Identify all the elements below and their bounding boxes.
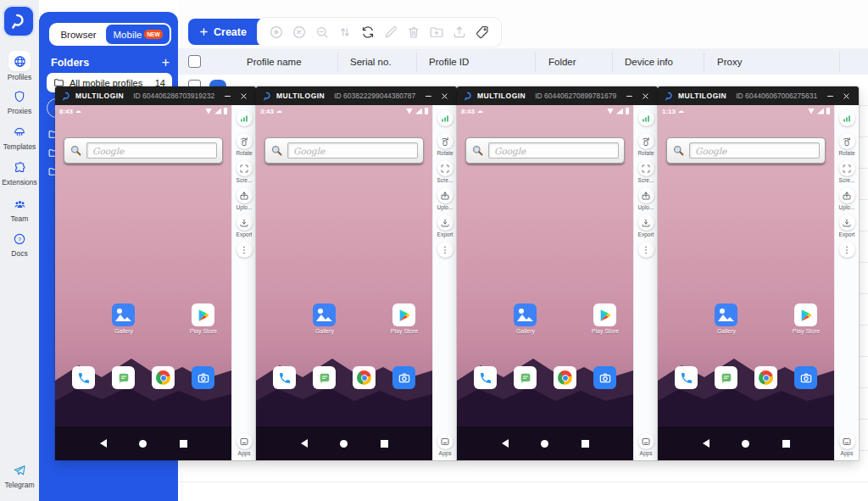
android-home-screen[interactable]: 8:43 ☁ Google Gallery — [55, 105, 231, 460]
sidebar-item-templates[interactable]: Templates — [0, 124, 39, 151]
column-serial-no[interactable]: Serial no. — [350, 48, 392, 75]
rotate-button[interactable] — [839, 133, 855, 149]
toggle-mobile[interactable]: Mobile NEW — [106, 25, 170, 44]
more-options-button[interactable] — [437, 242, 453, 258]
search-input[interactable]: Google — [86, 142, 217, 159]
upload-button[interactable] — [437, 187, 453, 203]
camera-app-icon[interactable] — [192, 366, 214, 389]
sidebar-item-telegram[interactable]: Telegram — [0, 462, 39, 489]
apps-button[interactable] — [236, 433, 253, 449]
network-signal-button[interactable] — [437, 110, 453, 126]
move-to-folder-icon[interactable] — [429, 25, 444, 40]
multilogin-logo-icon[interactable] — [4, 7, 33, 36]
gallery-app-icon[interactable] — [112, 303, 135, 326]
sort-icon[interactable] — [337, 25, 353, 40]
sidebar-item-proxies[interactable]: Proxies — [0, 88, 39, 115]
apps-button[interactable] — [839, 433, 855, 449]
gallery-app-icon[interactable] — [715, 303, 737, 326]
window-titlebar[interactable]: MULTILOGIN ID 604406067006275631 — [658, 86, 859, 105]
close-button[interactable] — [840, 90, 852, 102]
export-button[interactable] — [839, 214, 855, 231]
messages-app-icon[interactable] — [112, 366, 135, 389]
toggle-browser[interactable]: Browser — [51, 25, 106, 44]
export-button[interactable] — [236, 214, 253, 231]
minimize-button[interactable] — [623, 90, 635, 102]
back-button[interactable] — [301, 439, 308, 448]
more-options-button[interactable] — [839, 242, 855, 258]
home-button[interactable] — [541, 440, 548, 448]
tag-icon[interactable] — [475, 25, 490, 40]
screenshot-button[interactable] — [437, 160, 453, 176]
messages-app-icon[interactable] — [715, 366, 737, 389]
android-home-screen[interactable]: 8:43 ☁ Google Gallery — [457, 105, 633, 460]
rotate-button[interactable] — [638, 133, 654, 149]
recents-button[interactable] — [180, 440, 187, 448]
chrome-app-icon[interactable] — [152, 366, 175, 389]
column-profile-id[interactable]: Profile ID — [429, 48, 469, 75]
phone-app-icon[interactable] — [273, 366, 296, 389]
screenshot-button[interactable] — [839, 160, 855, 176]
sidebar-item-docs[interactable]: ? Docs — [0, 231, 39, 258]
sidebar-item-profiles[interactable]: Profiles — [0, 51, 39, 81]
home-button[interactable] — [139, 440, 147, 448]
play-store-app-icon[interactable] — [593, 303, 616, 326]
camera-app-icon[interactable] — [593, 366, 616, 389]
upload-button[interactable] — [839, 187, 855, 203]
play-store-app-icon[interactable] — [794, 303, 817, 326]
google-search-widget[interactable]: Google — [666, 137, 826, 164]
select-all-checkbox[interactable] — [188, 55, 201, 68]
screenshot-button[interactable] — [236, 160, 253, 176]
recents-button[interactable] — [381, 440, 388, 448]
back-button[interactable] — [502, 439, 509, 448]
back-button[interactable] — [100, 439, 107, 448]
search-input[interactable]: Google — [287, 142, 418, 159]
phone-app-icon[interactable] — [72, 366, 95, 389]
minimize-button[interactable] — [221, 90, 233, 102]
screenshot-button[interactable] — [638, 160, 654, 176]
google-search-widget[interactable]: Google — [465, 137, 625, 164]
export-button[interactable] — [437, 214, 453, 231]
window-titlebar[interactable]: MULTILOGIN ID 604406286703919232 — [55, 86, 256, 105]
column-proxy[interactable]: Proxy — [717, 48, 742, 75]
google-search-widget[interactable]: Google — [64, 137, 223, 164]
zoom-out-icon[interactable] — [314, 25, 330, 40]
android-home-screen[interactable]: 1:13 ☁ Google Gallery — [658, 105, 834, 460]
gallery-app-icon[interactable] — [313, 303, 336, 326]
rotate-button[interactable] — [236, 133, 253, 149]
gallery-app-icon[interactable] — [514, 303, 537, 326]
search-input[interactable]: Google — [689, 142, 820, 159]
apps-button[interactable] — [638, 433, 654, 449]
sidebar-item-extensions[interactable]: Extensions — [0, 159, 39, 186]
messages-app-icon[interactable] — [313, 366, 336, 389]
more-options-button[interactable] — [638, 242, 654, 258]
google-search-widget[interactable]: Google — [264, 137, 424, 164]
rotate-button[interactable] — [437, 133, 453, 149]
recents-button[interactable] — [782, 440, 790, 448]
phone-app-icon[interactable] — [474, 366, 497, 389]
chrome-app-icon[interactable] — [754, 366, 777, 389]
column-profile-name[interactable]: Profile name — [247, 48, 302, 75]
column-device-info[interactable]: Device info — [625, 48, 673, 75]
messages-app-icon[interactable] — [514, 366, 537, 389]
play-store-app-icon[interactable] — [392, 303, 415, 326]
minimize-button[interactable] — [422, 90, 434, 102]
recents-button[interactable] — [581, 440, 589, 448]
stop-profile-icon[interactable] — [292, 25, 307, 40]
sidebar-item-team[interactable]: Team — [0, 196, 39, 223]
refresh-icon[interactable] — [360, 25, 376, 40]
apps-button[interactable] — [437, 433, 453, 449]
export-profiles-icon[interactable] — [452, 25, 467, 40]
back-button[interactable] — [703, 439, 709, 448]
window-titlebar[interactable]: MULTILOGIN ID 603822299044380787 — [256, 86, 457, 105]
edit-icon[interactable] — [383, 25, 398, 40]
network-signal-button[interactable] — [638, 110, 654, 126]
search-input[interactable]: Google — [488, 142, 619, 159]
camera-app-icon[interactable] — [794, 366, 817, 389]
export-button[interactable] — [638, 214, 654, 231]
home-button[interactable] — [742, 440, 749, 448]
chrome-app-icon[interactable] — [353, 366, 376, 389]
network-signal-button[interactable] — [839, 110, 855, 126]
phone-app-icon[interactable] — [675, 366, 698, 389]
more-options-button[interactable] — [236, 242, 253, 258]
play-store-app-icon[interactable] — [192, 303, 214, 326]
